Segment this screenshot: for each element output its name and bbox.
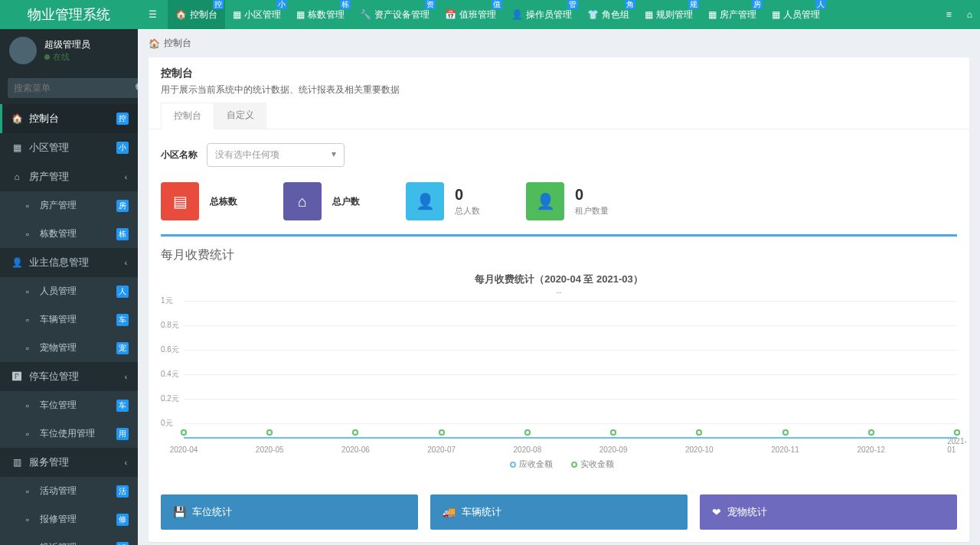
nav-icon: 🏠 [175, 9, 187, 20]
nav-flag: 值 [492, 0, 502, 9]
nav-icon: 👤 [511, 9, 523, 20]
nav-icon: ☰ [149, 9, 157, 20]
topnav-item[interactable]: ▦人员管理人 [764, 0, 828, 29]
app-logo: 物业管理系统 [0, 0, 138, 29]
nav-icon: 👕 [587, 9, 599, 20]
nav-icon: ⌂ [967, 9, 972, 20]
nav-flag: 栋 [340, 0, 351, 9]
nav-flag: 管 [567, 0, 578, 9]
nav-icon: ▦ [772, 9, 780, 20]
top-bar: 物业管理系统 ☰🏠控制台控▦小区管理小▦栋数管理栋🔧资产设备管理资📅值班管理值👤… [0, 0, 980, 29]
nav-icon: ▦ [645, 9, 653, 20]
topnav-item[interactable]: 👕角色组角 [580, 0, 637, 29]
nav-icon: 📅 [445, 9, 456, 20]
nav-label: 角色组 [602, 8, 629, 21]
top-nav: ☰🏠控制台控▦小区管理小▦栋数管理栋🔧资产设备管理资📅值班管理值👤操作员管理管👕… [138, 0, 980, 29]
nav-flag: 控 [213, 0, 224, 9]
topnav-item[interactable]: 🔧资产设备管理资 [352, 0, 437, 29]
topnav-item[interactable]: ≡ [939, 0, 959, 29]
topnav-item[interactable]: 📅值班管理值 [437, 0, 504, 29]
nav-flag: 规 [688, 0, 699, 9]
nav-label: 栋数管理 [308, 8, 345, 21]
nav-icon: ≡ [946, 9, 952, 20]
nav-label: 控制台 [190, 8, 217, 21]
topnav-item[interactable]: ☰ [138, 0, 168, 29]
topnav-item[interactable]: ▦栋数管理栋 [289, 0, 352, 29]
nav-flag: 人 [815, 0, 826, 9]
topnav-item[interactable]: ▦小区管理小 [225, 0, 289, 29]
nav-icon: 🔧 [360, 9, 371, 20]
nav-icon: ▦ [233, 9, 241, 20]
nav-icon: ▦ [296, 9, 305, 20]
nav-icon: ▦ [708, 9, 717, 20]
nav-flag: 小 [276, 0, 287, 9]
topnav-item[interactable]: ⌂ [959, 0, 980, 29]
topnav-item[interactable]: ▦房产管理房 [701, 0, 764, 29]
nav-label: 小区管理 [244, 8, 281, 21]
nav-label: 房产管理 [720, 8, 756, 21]
nav-label: 人员管理 [783, 8, 820, 21]
nav-label: 值班管理 [459, 8, 496, 21]
nav-label: 资产设备管理 [374, 8, 430, 21]
topnav-item[interactable]: 👤操作员管理管 [504, 0, 580, 29]
nav-flag: 角 [625, 0, 635, 9]
nav-flag: 房 [752, 0, 763, 9]
topnav-item[interactable]: ▦规则管理规 [637, 0, 701, 29]
nav-label: 规则管理 [656, 8, 693, 21]
nav-label: 操作员管理 [526, 8, 572, 21]
nav-flag: 资 [425, 0, 436, 9]
topnav-item[interactable]: 🏠控制台控 [168, 0, 225, 29]
